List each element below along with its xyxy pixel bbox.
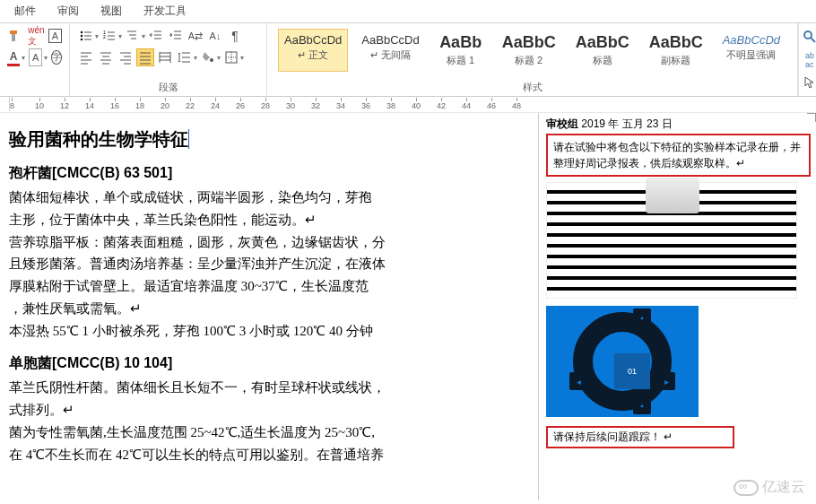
ruler-tick: 40 [412, 98, 421, 110]
svg-point-5 [210, 58, 213, 62]
ruler-tick: 22 [186, 98, 195, 110]
ruler-tick: 42 [437, 98, 446, 110]
font-color-icon[interactable]: A [7, 48, 20, 66]
ribbon: wén文 A A▾ A▾ 字 ▾ 12▾ ▾ A⇄ A↓ ¶ ▾ ▾ [0, 23, 816, 97]
style-3[interactable]: AaBbC标题 2 [496, 29, 562, 72]
watermark: 亿速云 [734, 478, 805, 497]
ruler-tick: 36 [361, 98, 370, 110]
diagram-node-bottom: ▪ [633, 396, 651, 414]
watermark-text: 亿速云 [762, 478, 805, 497]
doc-paragraph: 营养琼脂平板：菌落表面粗糙，圆形，灰黄色，边缘锯齿状，分 [9, 231, 525, 254]
page-corner-icon [803, 113, 816, 126]
tab-review[interactable]: 审阅 [57, 4, 79, 19]
diagram-node-left: ◂ [569, 372, 587, 390]
text-cursor [188, 129, 194, 149]
paragraph-group-label: 段落 [77, 81, 259, 96]
text-direction-icon[interactable]: A⇄ [187, 27, 204, 45]
style-1[interactable]: AaBbCcDd↵ 无间隔 [355, 29, 425, 72]
ruler-tick: 38 [386, 98, 395, 110]
dropdown-icon[interactable]: ▾ [22, 54, 25, 62]
paragraph-group: ▾ 12▾ ▾ A⇄ A↓ ¶ ▾ ▾ ▾ 段落 [70, 23, 267, 96]
decrease-indent-icon[interactable] [147, 27, 165, 45]
style-4[interactable]: AaBbC标题 [569, 29, 636, 72]
ruler-tick: 48 [512, 98, 521, 110]
comment-header: 审校组 2019 年 五月 23 日 [546, 117, 811, 132]
distribute-icon[interactable] [156, 48, 174, 66]
doc-paragraph: 本湿热 55℃ 1 小时被杀死，芽孢 100℃ 3 小时或 120℃ 40 分钟 [9, 320, 525, 343]
font-group: wén文 A A▾ A▾ 字 [0, 23, 70, 96]
svg-point-2 [81, 39, 82, 40]
main: 验用菌种的生物学特征 孢杆菌[CMCC(B) 63 501] 菌体细短棒状，单个… [0, 113, 816, 500]
doc-heading-3: 单胞菌[CMCC(B) 10 104] [9, 354, 525, 373]
ruler-tick: 14 [85, 98, 94, 110]
svg-point-0 [81, 31, 82, 33]
tab-devtools[interactable]: 开发工具 [143, 4, 187, 19]
character-border-icon[interactable]: A [48, 29, 62, 43]
doc-paragraph: 菌体细短棒状，单个或成链状，两端半圆形，染色均匀，芽孢 [9, 187, 525, 209]
replace-icon[interactable]: abac [801, 51, 816, 69]
ruler-tick: 18 [135, 98, 144, 110]
borders-icon[interactable] [222, 48, 240, 66]
ruler-tick: 26 [236, 98, 245, 110]
svg-text:2: 2 [103, 34, 106, 39]
diagram-node-top: ▪ [633, 308, 651, 326]
dropdown-icon[interactable]: ▾ [142, 32, 145, 40]
doc-paragraph: 在 4℃不生长而在 42℃可以生长的特点可用以鉴别。在普通培养 [9, 444, 525, 466]
doc-paragraph: 主形，位于菌体中央，革兰氏染色阳性，能运动。↵ [9, 209, 525, 231]
number-list-icon[interactable]: 12 [100, 27, 118, 45]
ruler-tick: 24 [211, 98, 220, 110]
doc-paragraph: 且矮形菌落。普通肉汤培养基：呈少量浑浊并产生沉淀，在液体 [9, 253, 525, 275]
shading-icon[interactable] [199, 48, 217, 66]
svg-point-1 [81, 35, 82, 37]
ruler-tick: 44 [462, 98, 471, 110]
ruler-tick: 46 [487, 98, 496, 110]
dropdown-icon[interactable]: ▾ [95, 32, 99, 40]
comment-author: 审校组 [546, 117, 578, 130]
dropdown-icon[interactable]: ▾ [118, 32, 122, 40]
sort-icon[interactable]: A↓ [206, 27, 224, 45]
select-icon[interactable] [801, 74, 816, 91]
align-center-icon[interactable] [97, 48, 115, 66]
style-0[interactable]: AaBbCcDd↵ 正文 [278, 29, 348, 72]
align-justify-icon[interactable] [136, 48, 154, 66]
ruler-tick: 28 [261, 98, 270, 110]
bullet-list-icon[interactable] [77, 27, 95, 45]
dropdown-icon[interactable]: ▾ [44, 54, 48, 62]
ribbon-tabs: 邮件 审阅 视图 开发工具 [0, 0, 816, 23]
find-icon[interactable] [801, 29, 816, 46]
styles-group-label: 样式 [274, 81, 790, 96]
document-pane[interactable]: 验用菌种的生物学特征 孢杆菌[CMCC(B) 63 501] 菌体细短棒状，单个… [0, 113, 538, 500]
phonetic-guide-icon[interactable]: wén文 [28, 27, 45, 45]
highlight-icon[interactable]: A [29, 48, 42, 66]
style-5[interactable]: AaBbC副标题 [643, 29, 709, 72]
styles-gallery: AaBbCcDd↵ 正文AaBbCcDd↵ 无间隔AaBb标题 1AaBbC标题… [274, 27, 790, 74]
format-painter-icon[interactable] [7, 27, 24, 45]
ruler-tick: 32 [311, 98, 320, 110]
style-6[interactable]: AaBbCcDd不明显强调 [716, 29, 786, 72]
ruler-tick: 34 [336, 98, 345, 110]
multilevel-list-icon[interactable] [124, 27, 142, 45]
doc-paragraph: 式排列。↵ [9, 399, 525, 421]
dropdown-icon[interactable]: ▾ [194, 54, 197, 62]
ruler-tick: 8 [10, 98, 14, 110]
comment-text-2[interactable]: 请保持后续问题跟踪！ ↵ [546, 426, 734, 448]
ruler-tick: 10 [35, 98, 44, 110]
style-2[interactable]: AaBb标题 1 [433, 29, 489, 72]
tab-view[interactable]: 视图 [100, 4, 122, 19]
tab-mail[interactable]: 邮件 [14, 4, 36, 19]
doc-paragraph: 革兰氏阴性杆菌。菌体细长且长短不一，有时呈球杆状或线状， [9, 377, 525, 399]
doc-heading-1: 验用菌种的生物学特征 [9, 127, 525, 152]
align-right-icon[interactable] [117, 48, 135, 66]
enclose-char-icon[interactable]: 字 [51, 50, 62, 65]
increase-indent-icon[interactable] [167, 27, 185, 45]
svg-point-7 [804, 31, 812, 39]
dropdown-icon[interactable]: ▾ [217, 54, 221, 62]
comment-text-1[interactable]: 请在试验中将包含以下特征的实验样本记录在册，并整理好周记录报表，供后续观察取样。… [546, 134, 811, 177]
align-left-icon[interactable] [77, 48, 95, 66]
show-marks-icon[interactable]: ¶ [226, 27, 244, 45]
line-spacing-icon[interactable] [176, 48, 194, 66]
diagram-node-right: ▸ [657, 372, 675, 390]
ruler[interactable]: 8101214161820222426283032343638404244464… [0, 97, 816, 113]
dropdown-icon[interactable]: ▾ [240, 54, 244, 62]
comment-image-diagram: ▪ ▪ ◂ ▸ 01 [546, 306, 699, 417]
